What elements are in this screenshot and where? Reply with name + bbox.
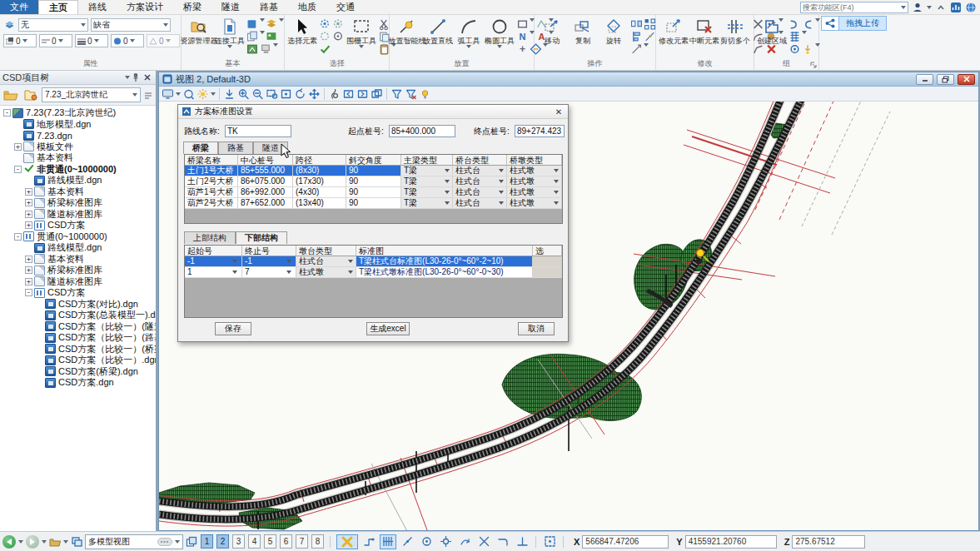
ribbon-tab[interactable]: 路线 bbox=[78, 0, 117, 14]
selection-mode-line-icon[interactable] bbox=[319, 31, 331, 42]
levels-icon[interactable] bbox=[266, 18, 278, 30]
active-style-select[interactable]: 缺省 bbox=[91, 18, 171, 32]
view-number-button[interactable]: 4 bbox=[248, 534, 261, 549]
span-cell[interactable]: (4x30) bbox=[293, 187, 346, 198]
user-menu-caret-icon[interactable] bbox=[927, 6, 932, 9]
view-title-bar[interactable]: 视图 2, Default-3D bbox=[159, 72, 978, 87]
walk-view-icon[interactable] bbox=[328, 88, 341, 100]
accudraw-toggle-button[interactable] bbox=[541, 534, 558, 549]
tree-node[interactable]: 路线模型.dgn bbox=[0, 175, 156, 186]
view-brightness-icon[interactable] bbox=[196, 88, 209, 100]
select-element-button[interactable]: 选择元素 bbox=[288, 17, 316, 46]
rotate-button[interactable]: 旋转 bbox=[599, 17, 628, 46]
tree-node[interactable]: CSD方案(对比).dgn bbox=[0, 299, 156, 310]
display-mode-caret-icon[interactable] bbox=[176, 92, 181, 96]
snap-midpoint-button[interactable] bbox=[399, 534, 415, 549]
accusnap-toggle-button[interactable] bbox=[336, 534, 358, 549]
view-display-mode-icon[interactable] bbox=[162, 88, 174, 100]
snap-intersection-button[interactable] bbox=[475, 534, 492, 549]
forward-history-caret-icon[interactable] bbox=[42, 540, 47, 544]
tree-node[interactable]: CSD方案(总装模型一).dgn bbox=[0, 310, 156, 321]
start-number-select[interactable]: -1 bbox=[185, 256, 242, 267]
view-groups-icon[interactable] bbox=[71, 536, 82, 548]
tree-node[interactable]: + 桥梁标准图库 bbox=[0, 265, 156, 276]
bridge-name-cell[interactable]: 土门1号大桥 bbox=[185, 166, 238, 176]
bridge-table-row[interactable]: 土门1号大桥 85+555.000 (8x30) 90 T梁 柱式台 柱式墩 bbox=[185, 166, 562, 176]
girder-type-select[interactable]: T梁 bbox=[401, 187, 453, 198]
tree-toggle-icon[interactable]: - bbox=[14, 166, 22, 173]
abutment-type-select[interactable]: 柱式台 bbox=[453, 187, 507, 198]
back-history-caret-icon[interactable] bbox=[18, 540, 23, 544]
tree-toggle-icon[interactable]: - bbox=[14, 233, 22, 241]
structure-column-header[interactable]: 起始号 bbox=[185, 246, 242, 256]
tree-node[interactable]: 路线模型.dgn bbox=[0, 242, 156, 254]
structure-table-row[interactable]: -1 -1 柱式台 T梁柱式台标准图(L30-26-0°~60°-2~10) bbox=[185, 256, 562, 267]
render-view-icon[interactable] bbox=[419, 88, 431, 100]
search-options-icon[interactable] bbox=[901, 6, 906, 9]
bridge-name-cell[interactable]: 葫芦2号大桥 bbox=[185, 198, 238, 209]
girder-type-select[interactable]: T梁 bbox=[401, 198, 453, 209]
standard-drawing-cell[interactable]: T梁柱式墩标准图(L30-26-0°~60°-0~30) bbox=[356, 267, 533, 278]
structure-column-header[interactable]: 标准图 bbox=[356, 246, 533, 256]
tree-node[interactable]: + 模板文件 bbox=[0, 141, 156, 153]
tree-node[interactable]: CSD方案(桥梁).dgn bbox=[0, 366, 156, 378]
group-hole-icon[interactable] bbox=[788, 31, 801, 42]
tree-node[interactable]: + 隧道标准图库 bbox=[0, 276, 156, 288]
selection-mode-block-icon[interactable] bbox=[332, 18, 345, 30]
dialog-title-bar[interactable]: 方案标准图设置 ✕ bbox=[178, 105, 568, 119]
pier-type-select[interactable]: 柱式墩 bbox=[507, 176, 562, 187]
bridge-column-header[interactable]: 桥梁名称 bbox=[185, 155, 238, 166]
abutment-type-select[interactable]: 柱式台 bbox=[453, 176, 507, 187]
pan-view-icon[interactable] bbox=[308, 88, 321, 100]
dialog-close-icon[interactable]: ✕ bbox=[553, 107, 565, 117]
ribbon-search-box[interactable] bbox=[800, 2, 908, 13]
minimize-ribbon-icon[interactable] bbox=[935, 2, 947, 13]
structure-tab[interactable]: 上部结构 bbox=[184, 231, 236, 244]
window-area-icon[interactable] bbox=[266, 88, 278, 100]
girder-type-select[interactable]: T梁 bbox=[401, 176, 453, 187]
select-all-icon[interactable] bbox=[319, 43, 331, 55]
ribbon-tab[interactable]: 隧道 bbox=[211, 0, 250, 14]
fit-view-icon[interactable] bbox=[280, 88, 292, 100]
center-station-cell[interactable]: 85+555.000 bbox=[238, 166, 293, 176]
tree-toggle-icon[interactable]: - bbox=[25, 289, 32, 296]
center-station-cell[interactable]: 87+652.000 bbox=[238, 198, 293, 209]
pier-type-select[interactable]: 柱式墩 bbox=[507, 166, 562, 176]
rotate-view-icon[interactable] bbox=[294, 88, 306, 100]
snap-center-button[interactable] bbox=[418, 534, 435, 549]
snap-origin-button[interactable] bbox=[437, 534, 454, 549]
line-weight-picker[interactable]: 0 bbox=[75, 34, 108, 47]
skew-angle-cell[interactable]: 90 bbox=[346, 176, 401, 187]
abutment-type-select[interactable]: 柱式台 bbox=[453, 166, 507, 176]
view-number-button[interactable]: 6 bbox=[280, 534, 292, 549]
arc-tools-button[interactable]: 弧工具 bbox=[455, 17, 483, 49]
fence-tools-button[interactable]: 围栅工具 bbox=[347, 17, 376, 49]
ribbon-tab[interactable]: 主页 bbox=[38, 0, 78, 14]
user-account-icon[interactable] bbox=[912, 2, 923, 13]
selection-mode-shape-icon[interactable] bbox=[332, 31, 345, 42]
view-previous-icon[interactable] bbox=[342, 88, 355, 100]
bridge-table-row[interactable]: 葫芦2号大桥 87+652.000 (13x40) 90 T梁 柱式台 柱式墩 bbox=[185, 198, 562, 209]
paste-icon[interactable] bbox=[378, 43, 391, 55]
place-point-icon[interactable]: + bbox=[516, 43, 529, 55]
route-name-input[interactable] bbox=[225, 125, 291, 137]
tree-node[interactable]: CSD方案（比较一）(隧道).dgn bbox=[0, 321, 156, 333]
center-station-cell[interactable]: 86+992.000 bbox=[238, 187, 293, 198]
help-globe-icon[interactable] bbox=[965, 2, 977, 13]
snap-perpendicular-button[interactable] bbox=[514, 534, 530, 549]
view-number-button[interactable]: 1 bbox=[201, 534, 213, 549]
scale-icon[interactable] bbox=[630, 43, 643, 55]
structure-column-header[interactable]: 终止号 bbox=[242, 246, 296, 256]
view-next-button[interactable] bbox=[26, 535, 39, 549]
view-restore-button[interactable] bbox=[937, 74, 954, 85]
ribbon-tab[interactable]: 路基 bbox=[250, 0, 288, 14]
selection-mode-add-icon[interactable] bbox=[319, 18, 331, 30]
tree-toggle-icon[interactable]: + bbox=[25, 278, 32, 285]
pin-panel-icon[interactable] bbox=[130, 72, 142, 83]
skew-angle-cell[interactable]: 90 bbox=[346, 187, 401, 198]
snap-tangent-button[interactable] bbox=[495, 534, 511, 549]
color-picker[interactable]: 0 bbox=[3, 34, 37, 47]
new-project-button[interactable] bbox=[22, 87, 40, 103]
end-number-select[interactable]: -1 bbox=[242, 256, 296, 267]
bridge-name-cell[interactable]: 土门2号大桥 bbox=[185, 176, 238, 187]
